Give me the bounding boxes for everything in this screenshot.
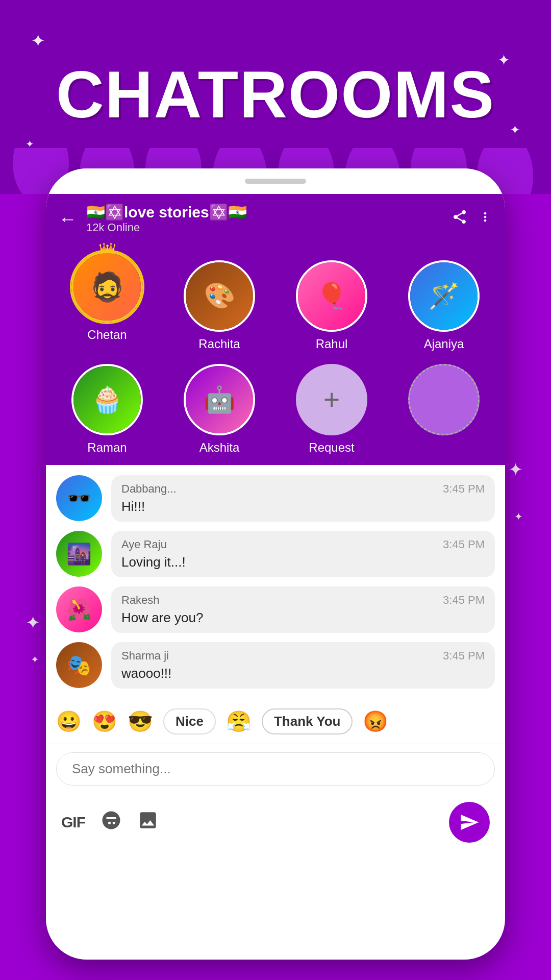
- phone-frame: ← 🇮🇳✡️love stories✡️🇮🇳 12k Online 👑: [46, 168, 505, 960]
- participant-name-akshita: Akshita: [199, 440, 240, 455]
- message-input[interactable]: [56, 752, 495, 786]
- reaction-emoji-3[interactable]: 😎: [128, 709, 153, 733]
- participant-name-raman: Raman: [87, 440, 127, 455]
- msg-text-4: waooo!!!: [121, 666, 485, 681]
- header-icons: [452, 209, 492, 229]
- participant-name-rachita: Rachita: [198, 337, 240, 351]
- participant-request[interactable]: + Request: [281, 361, 383, 455]
- star-decoration-7: ✦: [26, 612, 40, 633]
- gif-button[interactable]: GIF: [61, 814, 85, 831]
- room-name: 🇮🇳✡️love stories✡️🇮🇳: [86, 203, 442, 221]
- participant-avatar-raman: 🧁: [71, 364, 143, 435]
- msg-text-1: Hi!!!: [121, 499, 485, 514]
- msg-time-2: 3:45 PM: [443, 538, 485, 551]
- msg-username-2: Aye Raju: [121, 538, 167, 551]
- participant-avatar-empty: [408, 364, 480, 435]
- image-button[interactable]: [137, 810, 159, 835]
- quick-reactions: 😀 😍 😎 Nice 😤 Thank You 😡: [46, 699, 505, 744]
- messages-area: 🕶️ Dabbang... 3:45 PM Hi!!! 🌆 Aye Raju 3…: [46, 465, 505, 699]
- chat-header: ← 🇮🇳✡️love stories✡️🇮🇳 12k Online: [46, 194, 505, 243]
- participant-name-ajaniya: Ajaniya: [424, 337, 464, 351]
- star-decoration-5: ✦: [508, 459, 523, 480]
- msg-avatar-3: 🌺: [56, 586, 102, 632]
- phone-top-bar: [46, 168, 505, 194]
- participant-avatar-rachita: 🎨: [184, 260, 255, 332]
- msg-bubble-1: Dabbang... 3:45 PM Hi!!!: [111, 475, 495, 522]
- participant-avatar-rahul: 🎈: [296, 260, 367, 332]
- participant-avatar-chetan: 🧔: [71, 251, 143, 323]
- participant-name-chetan: Chetan: [87, 328, 127, 342]
- star-decoration-8: ✦: [31, 653, 39, 666]
- msg-time-3: 3:45 PM: [443, 594, 485, 607]
- add-request-button[interactable]: +: [296, 364, 367, 435]
- msg-bubble-3: Rakesh 3:45 PM How are you?: [111, 586, 495, 633]
- back-button[interactable]: ←: [59, 208, 77, 230]
- msg-avatar-4: 🎭: [56, 642, 102, 688]
- msg-username-4: Sharma ji: [121, 649, 169, 663]
- participant-avatar-akshita: 🤖: [184, 364, 255, 435]
- participant-ajaniya[interactable]: 🪄 Ajaniya: [393, 251, 495, 351]
- page-title: CHATROOMS: [0, 56, 551, 133]
- message-2: 🌆 Aye Raju 3:45 PM Loving it...!: [56, 531, 495, 577]
- msg-bubble-2: Aye Raju 3:45 PM Loving it...!: [111, 531, 495, 577]
- participant-rahul[interactable]: 🎈 Rahul: [281, 251, 383, 351]
- reaction-thankyou-button[interactable]: Thank You: [262, 708, 353, 734]
- bottom-toolbar: GIF: [46, 794, 505, 853]
- msg-avatar-1: 🕶️: [56, 475, 102, 521]
- msg-bubble-4: Sharma ji 3:45 PM waooo!!!: [111, 642, 495, 689]
- star-decoration-1: ✦: [31, 31, 45, 51]
- participant-avatar-ajaniya: 🪄: [408, 260, 480, 332]
- star-decoration-4: ✦: [26, 138, 34, 150]
- msg-username-3: Rakesh: [121, 594, 160, 607]
- room-info: 🇮🇳✡️love stories✡️🇮🇳 12k Online: [86, 203, 442, 234]
- reaction-emoji-4[interactable]: 😤: [226, 709, 252, 733]
- reaction-emoji-1[interactable]: 😀: [56, 709, 82, 733]
- share-icon[interactable]: [452, 209, 468, 229]
- reaction-emoji-5[interactable]: 😡: [363, 709, 388, 733]
- participant-empty: [393, 361, 495, 455]
- room-online-count: 12k Online: [86, 221, 442, 234]
- participant-chetan[interactable]: 👑 🧔 Chetan: [56, 251, 158, 351]
- message-4: 🎭 Sharma ji 3:45 PM waooo!!!: [56, 642, 495, 689]
- star-decoration-6: ✦: [514, 510, 523, 523]
- msg-avatar-2: 🌆: [56, 531, 102, 577]
- input-bar: [46, 744, 505, 794]
- message-1: 🕶️ Dabbang... 3:45 PM Hi!!!: [56, 475, 495, 522]
- more-options-icon[interactable]: [478, 209, 492, 228]
- phone-pill: [245, 179, 306, 184]
- msg-time-4: 3:45 PM: [443, 649, 485, 663]
- message-3: 🌺 Rakesh 3:45 PM How are you?: [56, 586, 495, 633]
- msg-text-2: Loving it...!: [121, 554, 485, 570]
- participant-name-request: Request: [309, 440, 354, 455]
- msg-time-1: 3:45 PM: [443, 482, 485, 496]
- reaction-nice-button[interactable]: Nice: [163, 708, 216, 734]
- msg-username-1: Dabbang...: [121, 482, 177, 496]
- participant-name-rahul: Rahul: [316, 337, 348, 351]
- msg-text-3: How are you?: [121, 610, 485, 626]
- send-button[interactable]: [449, 802, 490, 843]
- reaction-emoji-2[interactable]: 😍: [92, 709, 117, 733]
- emoji-button[interactable]: [101, 810, 122, 835]
- participant-akshita[interactable]: 🤖 Akshita: [168, 361, 270, 455]
- participant-raman[interactable]: 🧁 Raman: [56, 361, 158, 455]
- participant-rachita[interactable]: 🎨 Rachita: [168, 251, 270, 351]
- participants-section: 👑 🧔 Chetan 🎨 Rachita 🎈 Rahul: [46, 243, 505, 465]
